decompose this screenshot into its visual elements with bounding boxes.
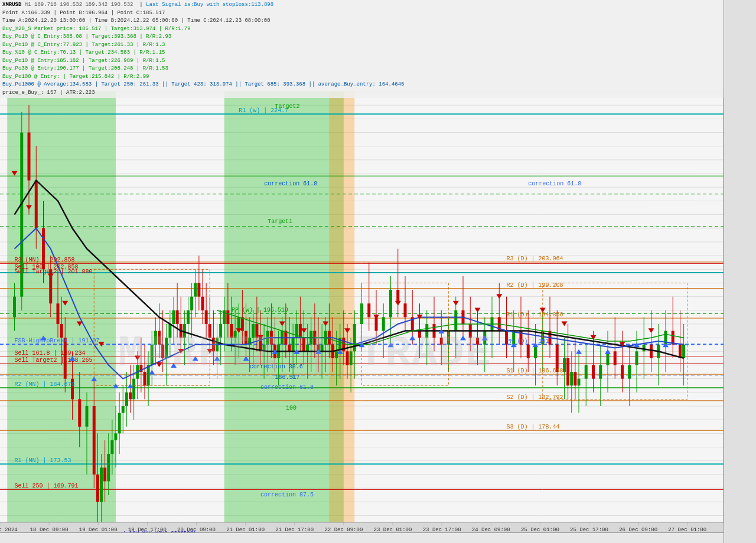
info-line-8: Buy_Po30 @ Entry:190.177 | Target:208.24… xyxy=(2,65,754,73)
signal-status: Last Signal is:Buy with stoploss:113.898 xyxy=(146,2,273,8)
header-panel: XMRUSD H1 189.718 190.532 189.342 190.53… xyxy=(0,0,756,98)
info-line-6: Buy_%10 @ C_Entry:70.13 | Target:234.583… xyxy=(2,49,754,57)
info-line-9: Buy_Po100 @ Entry: | Target:215.842 | R/… xyxy=(2,73,754,81)
timeline xyxy=(0,532,724,543)
chart-container: MARKTZ | TRADE XMRUSD H1 189.718 190.532… xyxy=(0,0,756,543)
symbol: XMRUSD xyxy=(2,2,21,8)
info-line-5: Buy_Po10 @ C_Entry:77.923 | Target:261.3… xyxy=(2,41,754,50)
info-line-10: Buy_Po1000 @ Average:134.583 | Target 25… xyxy=(2,81,754,89)
info-line-1: Point A:166.339 | Point B:196.964 | Poin… xyxy=(2,9,754,18)
symbol-line: XMRUSD H1 189.718 190.532 189.342 190.53… xyxy=(2,1,754,9)
timeframe: H1 xyxy=(25,2,31,8)
info-line-3: Buy_%20_S Market price: 185.517 | Target… xyxy=(2,25,754,34)
info-line-7: Buy_Po10 @ Entry:185.182 | Target:226.98… xyxy=(2,57,754,66)
ohlc: 189.718 190.532 189.342 190.532 xyxy=(34,2,133,8)
info-line-2: Time A:2024.12.20 13:00:00 | Time B:2024… xyxy=(2,17,754,25)
info-line-11: price_e_Buy_: 157 | ATR:2.223 xyxy=(2,89,754,97)
price-scale xyxy=(724,0,756,543)
info-line-4: Buy_Po10 @ C_Entry:388.08 | Target:393.3… xyxy=(2,33,754,41)
